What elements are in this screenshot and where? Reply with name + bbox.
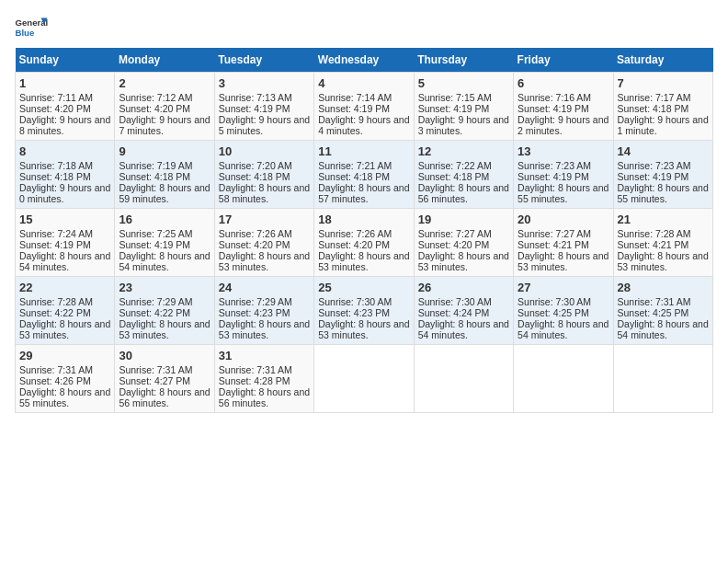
day-number: 9	[119, 144, 210, 158]
day-number: 19	[418, 213, 509, 226]
sunset-text: Sunset: 4:18 PM	[418, 171, 490, 182]
sunset-text: Sunset: 4:20 PM	[418, 239, 490, 250]
day-number: 24	[219, 281, 310, 294]
sunrise-text: Sunrise: 7:18 AM	[19, 160, 93, 171]
sunrise-text: Sunrise: 7:13 AM	[219, 92, 292, 103]
calendar-cell: 17Sunrise: 7:26 AMSunset: 4:20 PMDayligh…	[214, 209, 313, 277]
sunrise-text: Sunrise: 7:11 AM	[19, 92, 93, 103]
daylight-text: Daylight: 8 hours and 53 minutes.	[618, 250, 709, 272]
sunrise-text: Sunrise: 7:27 AM	[518, 228, 591, 239]
day-number: 12	[418, 144, 509, 158]
calendar-cell: 10Sunrise: 7:20 AMSunset: 4:18 PMDayligh…	[214, 141, 313, 209]
calendar-cell: 4Sunrise: 7:14 AMSunset: 4:19 PMDaylight…	[314, 73, 414, 141]
sunrise-text: Sunrise: 7:30 AM	[518, 296, 591, 307]
day-number: 17	[219, 213, 310, 226]
calendar-cell: 26Sunrise: 7:30 AMSunset: 4:24 PMDayligh…	[414, 277, 513, 345]
calendar-cell: 16Sunrise: 7:25 AMSunset: 4:19 PMDayligh…	[115, 209, 214, 277]
day-number: 15	[19, 213, 110, 226]
header-row: SundayMondayTuesdayWednesdayThursdayFrid…	[16, 48, 713, 73]
day-number: 7	[618, 76, 709, 90]
sunset-text: Sunset: 4:18 PM	[618, 103, 689, 114]
calendar-cell: 12Sunrise: 7:22 AMSunset: 4:18 PMDayligh…	[414, 141, 513, 209]
sunset-text: Sunset: 4:18 PM	[318, 171, 390, 182]
calendar-cell: 20Sunrise: 7:27 AMSunset: 4:21 PMDayligh…	[514, 209, 613, 277]
day-number: 26	[418, 281, 509, 294]
sunset-text: Sunset: 4:18 PM	[219, 171, 290, 182]
calendar-cell: 18Sunrise: 7:26 AMSunset: 4:20 PMDayligh…	[314, 209, 414, 277]
daylight-text: Daylight: 8 hours and 53 minutes.	[318, 318, 409, 340]
sunrise-text: Sunrise: 7:15 AM	[418, 92, 492, 103]
calendar-cell	[314, 345, 414, 413]
sunrise-text: Sunrise: 7:28 AM	[19, 296, 93, 307]
daylight-text: Daylight: 8 hours and 56 minutes.	[219, 386, 310, 408]
header-day-monday: Monday	[115, 48, 214, 73]
sunrise-text: Sunrise: 7:31 AM	[219, 364, 292, 375]
day-number: 5	[418, 76, 509, 90]
header: General Blue	[15, 15, 713, 40]
sunset-text: Sunset: 4:26 PM	[19, 375, 91, 386]
day-number: 6	[518, 76, 609, 90]
calendar-cell: 14Sunrise: 7:23 AMSunset: 4:19 PMDayligh…	[613, 141, 712, 209]
calendar-cell: 13Sunrise: 7:23 AMSunset: 4:19 PMDayligh…	[514, 141, 613, 209]
daylight-text: Daylight: 9 hours and 3 minutes.	[418, 114, 509, 136]
daylight-text: Daylight: 8 hours and 54 minutes.	[19, 250, 110, 272]
sunrise-text: Sunrise: 7:26 AM	[219, 228, 292, 239]
daylight-text: Daylight: 8 hours and 53 minutes.	[219, 318, 310, 340]
sunrise-text: Sunrise: 7:25 AM	[119, 228, 192, 239]
day-number: 23	[119, 281, 210, 294]
calendar-week-2: 8Sunrise: 7:18 AMSunset: 4:18 PMDaylight…	[16, 141, 713, 209]
header-day-wednesday: Wednesday	[314, 48, 414, 73]
sunrise-text: Sunrise: 7:30 AM	[318, 296, 392, 307]
daylight-text: Daylight: 8 hours and 53 minutes.	[119, 318, 210, 340]
calendar-table: SundayMondayTuesdayWednesdayThursdayFrid…	[15, 48, 713, 413]
day-number: 8	[19, 144, 110, 158]
daylight-text: Daylight: 8 hours and 55 minutes.	[19, 386, 110, 408]
daylight-text: Daylight: 9 hours and 2 minutes.	[518, 114, 609, 136]
daylight-text: Daylight: 8 hours and 55 minutes.	[618, 182, 709, 204]
calendar-cell: 15Sunrise: 7:24 AMSunset: 4:19 PMDayligh…	[16, 209, 115, 277]
day-number: 1	[19, 76, 110, 90]
logo-icon: General Blue	[15, 15, 48, 40]
svg-text:Blue: Blue	[16, 28, 35, 38]
sunrise-text: Sunrise: 7:22 AM	[418, 160, 492, 171]
daylight-text: Daylight: 8 hours and 54 minutes.	[518, 318, 609, 340]
daylight-text: Daylight: 8 hours and 56 minutes.	[119, 386, 210, 408]
sunrise-text: Sunrise: 7:24 AM	[19, 228, 93, 239]
day-number: 18	[318, 213, 409, 226]
sunset-text: Sunset: 4:20 PM	[219, 239, 290, 250]
sunset-text: Sunset: 4:19 PM	[119, 239, 190, 250]
daylight-text: Daylight: 8 hours and 56 minutes.	[418, 182, 509, 204]
sunrise-text: Sunrise: 7:17 AM	[618, 92, 691, 103]
sunrise-text: Sunrise: 7:23 AM	[518, 160, 591, 171]
daylight-text: Daylight: 8 hours and 53 minutes.	[518, 250, 609, 272]
daylight-text: Daylight: 8 hours and 53 minutes.	[418, 250, 509, 272]
logo: General Blue	[15, 15, 48, 40]
daylight-text: Daylight: 8 hours and 53 minutes.	[219, 250, 310, 272]
calendar-cell: 7Sunrise: 7:17 AMSunset: 4:18 PMDaylight…	[613, 73, 712, 141]
sunset-text: Sunset: 4:23 PM	[318, 307, 390, 318]
day-number: 11	[318, 144, 409, 158]
calendar-week-1: 1Sunrise: 7:11 AMSunset: 4:20 PMDaylight…	[16, 73, 713, 141]
sunrise-text: Sunrise: 7:14 AM	[318, 92, 392, 103]
header-day-tuesday: Tuesday	[214, 48, 313, 73]
sunset-text: Sunset: 4:21 PM	[518, 239, 589, 250]
calendar-cell: 1Sunrise: 7:11 AMSunset: 4:20 PMDaylight…	[16, 73, 115, 141]
daylight-text: Daylight: 8 hours and 57 minutes.	[318, 182, 409, 204]
calendar-cell: 23Sunrise: 7:29 AMSunset: 4:22 PMDayligh…	[115, 277, 214, 345]
sunrise-text: Sunrise: 7:27 AM	[418, 228, 492, 239]
calendar-cell: 11Sunrise: 7:21 AMSunset: 4:18 PMDayligh…	[314, 141, 414, 209]
daylight-text: Daylight: 8 hours and 54 minutes.	[418, 318, 509, 340]
sunrise-text: Sunrise: 7:31 AM	[119, 364, 192, 375]
calendar-week-3: 15Sunrise: 7:24 AMSunset: 4:19 PMDayligh…	[16, 209, 713, 277]
day-number: 13	[518, 144, 609, 158]
day-number: 4	[318, 76, 409, 90]
daylight-text: Daylight: 8 hours and 54 minutes.	[119, 250, 210, 272]
sunset-text: Sunset: 4:20 PM	[19, 103, 91, 114]
sunset-text: Sunset: 4:19 PM	[518, 171, 589, 182]
calendar-cell: 9Sunrise: 7:19 AMSunset: 4:18 PMDaylight…	[115, 141, 214, 209]
daylight-text: Daylight: 8 hours and 54 minutes.	[618, 318, 709, 340]
sunrise-text: Sunrise: 7:12 AM	[119, 92, 192, 103]
calendar-cell: 6Sunrise: 7:16 AMSunset: 4:19 PMDaylight…	[514, 73, 613, 141]
day-number: 16	[119, 213, 210, 226]
calendar-cell: 21Sunrise: 7:28 AMSunset: 4:21 PMDayligh…	[613, 209, 712, 277]
